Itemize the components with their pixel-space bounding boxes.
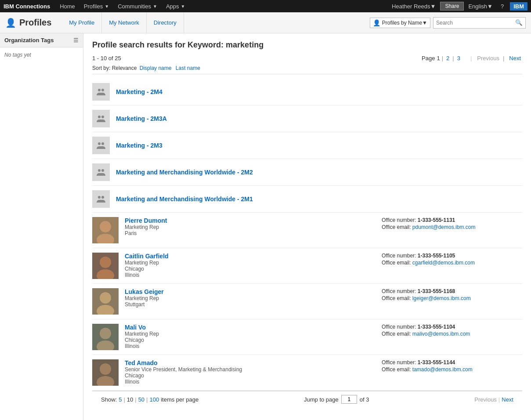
profile-name-link[interactable]: Lukas Geiger [125, 288, 164, 295]
no-tags-label: No tags yet [0, 47, 83, 62]
svg-point-23 [100, 363, 111, 375]
profile-contact: Office number: 1-333-555-1168 Office ema… [382, 288, 522, 302]
svg-point-14 [100, 257, 111, 268]
nav-home[interactable]: Home [55, 0, 79, 12]
group-name-link[interactable]: Marketing - 2M3A [116, 115, 167, 122]
profile-item: Lukas Geiger Marketing Rep Stuttgart Off… [92, 284, 522, 319]
profile-role: Marketing Rep [125, 331, 382, 337]
svg-point-6 [98, 169, 101, 172]
show-100-link[interactable]: 100 [149, 396, 159, 403]
profile-location-2: Illinois [125, 379, 382, 385]
nav-profiles[interactable]: Profiles ▼ [79, 0, 113, 12]
office-email-link[interactable]: pdumont@demos.ibm.com [412, 224, 476, 230]
page-2-link[interactable]: 2 [445, 55, 451, 62]
profile-role: Marketing Rep [125, 295, 382, 301]
search-button[interactable]: 🔍 [513, 18, 525, 27]
people-icon [96, 167, 106, 177]
show-10-value: 10 [127, 396, 133, 403]
office-number-row: Office number: 1-333-555-1144 [382, 359, 522, 366]
svg-point-5 [101, 142, 104, 145]
sidebar: Organization Tags ☰ No tags yet [0, 33, 83, 420]
office-email-row: Office email: malivo@demos.ibm.com [382, 331, 522, 337]
of-label: of 3 [360, 396, 369, 403]
group-item: Marketing - 2M4 [92, 79, 522, 105]
my-profile-link[interactable]: My Profile [62, 12, 102, 33]
people-icon [96, 194, 106, 204]
profile-name-link[interactable]: Pierre Dumont [125, 217, 167, 224]
help-button[interactable]: ? [497, 0, 507, 12]
office-email-link[interactable]: tamado@demos.ibm.com [412, 366, 473, 373]
people-items: Pierre Dumont Marketing Rep Paris Office… [92, 213, 522, 391]
profile-name-link[interactable]: Mali Vo [125, 324, 146, 331]
avatar [92, 288, 119, 315]
svg-point-4 [98, 142, 101, 145]
avatar [92, 324, 119, 350]
jump-page-input[interactable] [341, 395, 357, 404]
show-label: Show: [101, 396, 117, 403]
sort-select[interactable]: 👤 Profiles by Name ▼ [370, 18, 430, 28]
office-number-row: Office number: 1-333-555-1131 [382, 217, 522, 223]
profile-name-link[interactable]: Ted Amado [125, 359, 158, 366]
group-name-link[interactable]: Marketing and Merchandising Worldwide - … [116, 196, 253, 203]
bottom-next[interactable]: Next [502, 396, 513, 403]
search-input[interactable] [433, 19, 513, 27]
profile-item: Ted Amado Senior Vice President, Marketi… [92, 355, 522, 391]
share-button[interactable]: Share [440, 2, 464, 11]
top-right-items: Heather Reeds ▼ Share English ▼ ? IBM [388, 0, 527, 12]
sidebar-title: Organization Tags [4, 37, 54, 43]
prev-spacer: | [470, 55, 472, 62]
show-5-link[interactable]: 5 [119, 396, 122, 403]
group-item: Marketing - 2M3A [92, 105, 522, 132]
profile-location-1: Paris [125, 230, 382, 236]
profile-name-link[interactable]: Caitlin Garfield [125, 253, 169, 260]
people-icon [96, 87, 106, 97]
sub-header: 👤 Profiles My Profile My Network Directo… [0, 12, 531, 33]
svg-point-3 [101, 116, 104, 118]
avatar-image [92, 253, 119, 279]
sub-navigation: My Profile My Network Directory [62, 12, 369, 33]
office-email-link[interactable]: lgeiger@demos.ibm.com [412, 295, 471, 301]
office-email-link[interactable]: malivo@demos.ibm.com [412, 331, 470, 337]
profile-info: Lukas Geiger Marketing Rep Stuttgart [125, 288, 382, 308]
results-info: 1 - 10 of 25 Page 1 | 2 | 3 | Previous |… [92, 55, 522, 62]
page-3-link[interactable]: 3 [456, 55, 462, 62]
group-icon [92, 137, 110, 154]
nav-apps[interactable]: Apps ▼ [162, 0, 190, 12]
people-icon [96, 113, 106, 124]
sort-last-name-link[interactable]: Last name [176, 65, 200, 71]
sort-dropdown-arrow: ▼ [422, 20, 427, 26]
top-navigation: IBM Connections Home Profiles ▼ Communit… [0, 0, 531, 12]
page-title: Profiles [19, 18, 51, 28]
sort-bar: Sort by: Relevance Display name Last nam… [92, 65, 522, 74]
svg-point-11 [100, 221, 111, 232]
avatar [92, 253, 119, 279]
avatar-image [92, 324, 119, 350]
nav-communities[interactable]: Communities ▼ [113, 0, 162, 12]
group-name-link[interactable]: Marketing - 2M4 [116, 88, 163, 95]
svg-point-1 [101, 89, 104, 91]
sort-display-name-link[interactable]: Display name [140, 65, 172, 71]
language-menu[interactable]: English ▼ [465, 0, 496, 12]
show-50-link[interactable]: 50 [138, 396, 144, 403]
apps-dropdown-arrow: ▼ [181, 4, 185, 9]
office-email-row: Office email: cgarfield@demos.ibm.com [382, 260, 522, 266]
top-next[interactable]: Next [508, 55, 522, 62]
profile-list: Marketing - 2M4 Marketing - 2M3A Marketi… [92, 79, 522, 391]
profile-role: Marketing Rep [125, 224, 382, 230]
communities-dropdown-arrow: ▼ [153, 4, 157, 9]
group-name-link[interactable]: Marketing and Merchandising Worldwide - … [116, 169, 253, 176]
sidebar-header: Organization Tags ☰ [0, 33, 83, 47]
office-email-link[interactable]: cgarfield@demos.ibm.com [412, 260, 475, 266]
main-content: Profile search results for Keyword: mark… [83, 33, 531, 420]
my-network-link[interactable]: My Network [102, 12, 147, 33]
svg-point-9 [101, 196, 104, 199]
group-icon [92, 110, 110, 127]
user-menu[interactable]: Heather Reeds ▼ [388, 0, 439, 12]
sidebar-menu-icon[interactable]: ☰ [73, 37, 79, 43]
svg-point-17 [100, 292, 111, 304]
profile-role: Marketing Rep [125, 260, 382, 266]
profile-location-2: Illinois [125, 343, 382, 349]
group-name-link[interactable]: Marketing - 2M3 [116, 142, 163, 149]
directory-link[interactable]: Directory [147, 12, 184, 33]
office-email-row: Office email: tamado@demos.ibm.com [382, 366, 522, 373]
